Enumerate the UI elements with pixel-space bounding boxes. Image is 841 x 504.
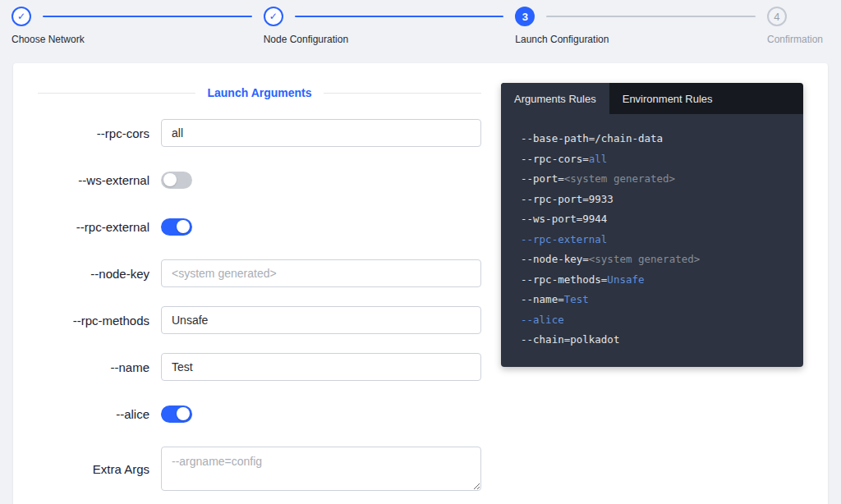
- form-row-node-key: --node-key: [38, 259, 481, 287]
- code-line: --base-path=/chain-data: [521, 129, 784, 149]
- form-title-row: Launch Arguments: [38, 86, 481, 99]
- check-icon: ✓: [17, 11, 25, 22]
- code-segment: --rpc-cors=: [521, 153, 589, 165]
- step-top: 4: [767, 7, 823, 26]
- stepper-step-confirmation: 4Confirmation: [767, 7, 823, 45]
- code-line: --ws-port=9944: [521, 209, 784, 230]
- field-label-extra-args: Extra Args: [38, 462, 161, 476]
- divider-line-right: [324, 93, 481, 94]
- rpc-cors-input[interactable]: [161, 119, 481, 147]
- code-line: --rpc-methods=Unsafe: [521, 270, 784, 291]
- step-top: ✓: [11, 7, 264, 26]
- code-segment: --rpc-methods=: [521, 273, 607, 286]
- form-row-rpc-external: --rpc-external: [38, 213, 481, 241]
- step-label: Confirmation: [767, 34, 823, 45]
- step-label: Choose Network: [11, 34, 264, 45]
- field-control-node-key: [161, 259, 481, 287]
- step-label: Node Configuration: [264, 34, 516, 45]
- stepper-step-launch-configuration: 3Launch Configuration: [515, 7, 767, 45]
- stepper-step-choose-network: ✓Choose Network: [11, 7, 264, 45]
- step-indicator-launch-configuration[interactable]: 3: [515, 7, 535, 26]
- form-row-rpc-cors: --rpc-cors: [38, 119, 481, 147]
- code-segment: --chain=polkadot: [521, 333, 619, 346]
- field-control-alice: [161, 405, 481, 423]
- main-card: Launch Arguments --rpc-cors--ws-external…: [13, 63, 828, 504]
- step-top: 3: [515, 7, 767, 26]
- code-segment: Test: [564, 293, 589, 305]
- name-input[interactable]: [161, 353, 481, 381]
- code-segment: Unsafe: [607, 273, 644, 286]
- code-segment: <system generated>: [564, 172, 675, 185]
- form-title: Launch Arguments: [207, 86, 311, 99]
- node-key-input[interactable]: [161, 259, 481, 287]
- launch-form: --rpc-cors--ws-external--rpc-external--n…: [38, 119, 481, 491]
- code-segment: all: [589, 153, 608, 165]
- rpc-methods-input[interactable]: [161, 306, 481, 334]
- field-control-name: [161, 353, 481, 381]
- code-segment: <system generated>: [589, 253, 700, 265]
- field-label-ws-external: --ws-external: [38, 173, 161, 187]
- field-control-rpc-external: [161, 218, 481, 236]
- code-line: --alice: [521, 310, 784, 331]
- form-row-ws-external: --ws-external: [38, 166, 481, 194]
- toggle-knob: [177, 220, 190, 233]
- step-top: ✓: [264, 7, 516, 26]
- divider-line-left: [38, 93, 195, 94]
- rules-code: --base-path=/chain-data--rpc-cors=all--p…: [501, 114, 803, 367]
- field-label-rpc-cors: --rpc-cors: [38, 126, 161, 140]
- code-segment: --rpc-external: [521, 233, 607, 245]
- code-line: --chain=polkadot: [521, 330, 784, 351]
- field-label-rpc-methods: --rpc-methods: [38, 314, 161, 328]
- page: ✓Choose Network✓Node Configuration3Launc…: [0, 0, 841, 504]
- code-segment: --name=: [521, 293, 564, 305]
- field-control-rpc-cors: [161, 119, 481, 147]
- tab-arguments-rules[interactable]: Arguments Rules: [501, 83, 609, 114]
- step-indicator-confirmation[interactable]: 4: [767, 7, 787, 26]
- field-label-alice: --alice: [38, 407, 161, 421]
- code-segment: --ws-port=9944: [521, 213, 607, 225]
- code-segment: --alice: [521, 314, 564, 326]
- form-row-alice: --alice: [38, 400, 481, 428]
- extra-args-textarea[interactable]: [161, 447, 481, 491]
- code-segment: --node-key=: [521, 253, 589, 265]
- code-line: --rpc-external: [521, 230, 784, 250]
- code-segment: --rpc-port=9933: [521, 193, 614, 205]
- code-line: --port=<system generated>: [521, 169, 784, 190]
- step-connector: [43, 16, 252, 17]
- check-icon: ✓: [269, 11, 278, 22]
- field-control-ws-external: [161, 172, 481, 189]
- step-connector: [546, 16, 756, 17]
- stepper-step-node-configuration: ✓Node Configuration: [264, 7, 516, 45]
- toggle-knob: [177, 407, 190, 420]
- field-label-name: --name: [38, 360, 161, 374]
- code-line: --rpc-port=9933: [521, 190, 784, 210]
- code-line: --rpc-cors=all: [521, 149, 784, 170]
- rules-tabbar: Arguments Rules Environment Rules: [501, 83, 803, 114]
- code-segment: --base-path=/chain-data: [521, 132, 663, 144]
- step-connector: [295, 16, 504, 17]
- step-label: Launch Configuration: [515, 34, 767, 45]
- launch-form-section: Launch Arguments --rpc-cors--ws-external…: [38, 83, 481, 487]
- field-label-rpc-external: --rpc-external: [38, 220, 161, 234]
- form-row-rpc-methods: --rpc-methods: [38, 306, 481, 334]
- tab-environment-rules[interactable]: Environment Rules: [609, 83, 726, 114]
- alice-toggle[interactable]: [161, 405, 192, 423]
- code-segment: --port=: [521, 172, 564, 185]
- step-indicator-node-configuration[interactable]: ✓: [264, 7, 283, 26]
- code-line: --name=Test: [521, 290, 784, 310]
- rules-panel: Arguments Rules Environment Rules --base…: [501, 83, 803, 367]
- code-line: --node-key=<system generated>: [521, 250, 784, 270]
- field-control-rpc-methods: [161, 306, 481, 334]
- ws-external-toggle[interactable]: [161, 172, 192, 189]
- form-row-name: --name: [38, 353, 481, 381]
- stepper: ✓Choose Network✓Node Configuration3Launc…: [0, 0, 841, 45]
- form-row-extra-args: Extra Args: [38, 447, 481, 491]
- field-label-node-key: --node-key: [38, 267, 161, 281]
- step-indicator-choose-network[interactable]: ✓: [11, 7, 31, 26]
- field-control-extra-args: [161, 447, 481, 491]
- toggle-knob: [163, 173, 177, 186]
- rpc-external-toggle[interactable]: [161, 218, 192, 236]
